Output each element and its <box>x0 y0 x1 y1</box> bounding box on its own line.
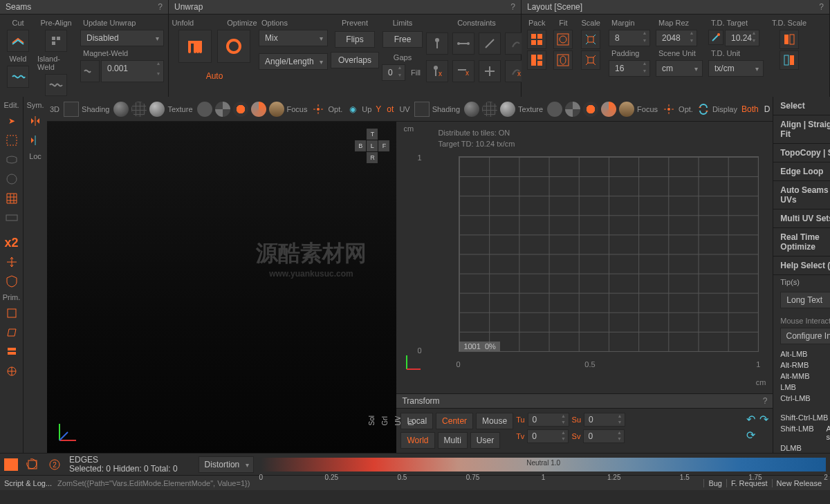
help-edgeloop[interactable]: Edge Loop <box>773 162 830 181</box>
constraint-add-icon[interactable] <box>479 60 501 82</box>
tex-wood-icon[interactable] <box>619 102 634 117</box>
sym-mirror-b-icon[interactable] <box>26 131 44 149</box>
weld-button[interactable] <box>7 66 29 88</box>
mesh-icon[interactable] <box>3 151 21 169</box>
td-target-input[interactable]: 10.24▲▼ <box>725 30 759 46</box>
auto-button[interactable]: Auto <box>199 68 230 84</box>
prevent-flips[interactable]: Flips <box>335 31 375 48</box>
td-scale-b-icon[interactable] <box>780 50 799 70</box>
help-topocopy[interactable]: TopoCopy | Stack <box>773 144 830 162</box>
shading-lit-icon[interactable] <box>149 102 165 117</box>
td-unit-dropdown[interactable]: tx/cm <box>708 60 764 77</box>
status-rotate-icon[interactable] <box>25 457 40 472</box>
undo-icon[interactable]: ↶ <box>746 413 755 426</box>
tex-checker-icon[interactable] <box>215 102 230 117</box>
other-label[interactable]: ot <box>387 104 394 114</box>
optimize-button[interactable] <box>217 30 250 63</box>
viewport-3d[interactable]: T BLF R <box>47 122 396 453</box>
arrow-icon[interactable]: ➤ <box>3 112 21 130</box>
up-value[interactable]: Y <box>376 104 381 114</box>
strip-icon[interactable] <box>3 209 21 227</box>
limits-value[interactable]: 0▲▼ <box>382 64 405 81</box>
prim-globe-icon[interactable] <box>3 362 21 380</box>
move-icon[interactable] <box>3 253 21 271</box>
tex-wood-icon[interactable] <box>269 102 284 117</box>
status-badge-icon[interactable]: 2 <box>47 457 62 472</box>
padding-input[interactable]: 16▲▼ <box>609 60 650 77</box>
options-angle-length[interactable]: Angle/Length <box>259 53 328 70</box>
frame-icon[interactable] <box>64 102 79 117</box>
scale-out-icon[interactable] <box>581 50 600 70</box>
d-button[interactable]: D <box>764 104 771 114</box>
sphere-icon[interactable] <box>3 170 21 188</box>
help-align[interactable]: Align | Straighten | Flip | Fit <box>773 115 830 144</box>
prealign-button[interactable] <box>45 30 67 52</box>
island-weld-button[interactable] <box>45 74 67 96</box>
tex-checker-icon[interactable] <box>565 102 580 117</box>
fit-ellipse-icon[interactable] <box>553 50 573 70</box>
shading-wireframe-icon[interactable] <box>131 102 147 117</box>
redo-icon[interactable]: ↷ <box>759 413 768 426</box>
fit-circle-icon[interactable] <box>553 30 573 49</box>
constraint-remove-pin-icon[interactable]: x <box>426 60 448 82</box>
uv-canvas[interactable]: cm Distribute to tiles: ON Target TD: 10… <box>396 122 773 393</box>
pack-mixed-icon[interactable] <box>527 50 546 70</box>
help-icon[interactable]: ? <box>819 2 824 12</box>
pack-tiles-icon[interactable] <box>527 30 546 49</box>
grid-icon[interactable] <box>3 189 21 207</box>
unfold-button[interactable] <box>178 30 212 63</box>
tv-input[interactable]: 0▲▼ <box>527 429 569 443</box>
help-select[interactable]: Select <box>773 97 830 115</box>
both-button[interactable]: Both <box>741 104 759 114</box>
shading-solid-icon[interactable] <box>113 102 129 117</box>
help-multiuv[interactable]: Multi UV Sets <box>773 209 830 228</box>
maprez-input[interactable]: 2048▲▼ <box>656 30 697 46</box>
tex-none-icon[interactable] <box>547 102 562 117</box>
help-select-edges[interactable]: Help Select (Edges) <box>773 256 830 275</box>
sv-input[interactable]: 0▲▼ <box>583 429 625 443</box>
focus-icon[interactable] <box>662 102 676 116</box>
td-picker-icon[interactable] <box>708 30 723 45</box>
world-button[interactable]: World <box>400 432 434 449</box>
help-icon[interactable]: ? <box>763 396 768 406</box>
shading-solid-icon[interactable] <box>464 102 479 117</box>
tex-uv-icon[interactable] <box>583 102 598 117</box>
new-release-link[interactable]: New Release <box>772 479 826 487</box>
su-input[interactable]: 0▲▼ <box>584 413 625 427</box>
tex-none-icon[interactable] <box>197 102 212 117</box>
help-icon[interactable]: ? <box>510 2 515 12</box>
options-mix[interactable]: Mix <box>259 30 328 46</box>
rect-select-icon[interactable] <box>3 131 21 149</box>
sym-mirror-icon[interactable] <box>26 112 44 130</box>
help-autoseams[interactable]: Auto Seams | Full AUTO UVs <box>773 181 830 209</box>
bug-link[interactable]: Bug <box>703 479 726 487</box>
help-icon[interactable]: ? <box>158 2 163 12</box>
prim-persp-icon[interactable] <box>3 324 21 342</box>
mouse-button[interactable]: Mouse <box>476 413 513 429</box>
prim-rect-icon[interactable] <box>3 304 21 322</box>
td-scale-a-icon[interactable] <box>780 30 799 49</box>
magnet-weld-value[interactable]: 0.001▲▼ <box>101 60 164 82</box>
status-color-box[interactable] <box>4 458 18 471</box>
magnet-weld-button[interactable] <box>80 60 100 82</box>
shading-lit-icon[interactable] <box>500 102 515 117</box>
x2-icon[interactable]: x2 <box>3 234 21 252</box>
help-realtime[interactable]: Real Time Optimizeenable <box>773 228 830 256</box>
focus-icon[interactable] <box>311 102 325 116</box>
constraint-remove-h-icon[interactable]: x <box>452 60 474 82</box>
tu-input[interactable]: 0▲▼ <box>528 413 569 427</box>
margin-input[interactable]: 8▲▼ <box>609 30 650 46</box>
tex-grad-icon[interactable] <box>601 102 616 117</box>
scene-unit-dropdown[interactable]: cm <box>656 60 703 77</box>
script-log-label[interactable]: Script & Log... <box>4 479 52 487</box>
shield-icon[interactable] <box>3 272 21 290</box>
constraint-diagonal-icon[interactable] <box>479 32 501 55</box>
update-unwrap-dropdown[interactable]: Disabled <box>80 30 164 46</box>
refresh-icon[interactable]: ⟳ <box>746 429 768 442</box>
sync-icon[interactable] <box>697 103 710 115</box>
longtext-field[interactable]: Long Text <box>780 292 830 308</box>
cut-button[interactable] <box>7 30 29 52</box>
frame-icon[interactable] <box>414 102 430 117</box>
tex-grad-icon[interactable] <box>251 102 266 117</box>
configure-interaction-button[interactable]: Configure Interaction... <box>780 328 830 344</box>
